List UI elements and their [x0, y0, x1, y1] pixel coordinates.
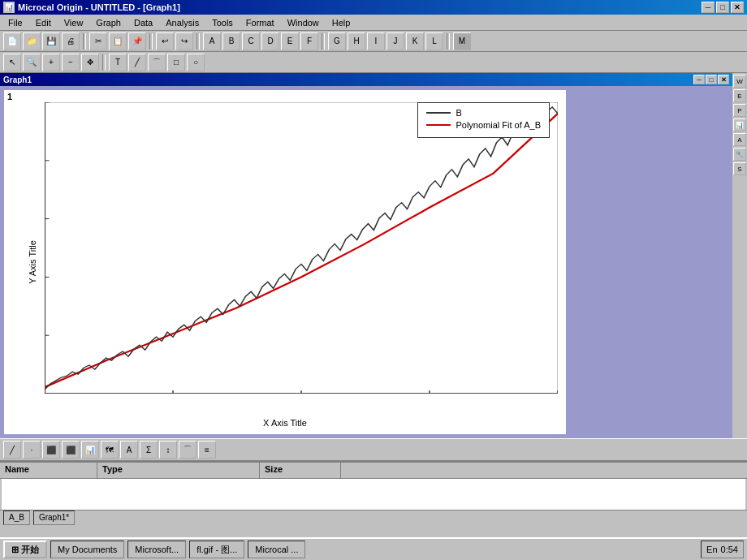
- tb-b11[interactable]: K: [406, 32, 424, 50]
- menu-format[interactable]: Format: [240, 16, 281, 29]
- tb-open[interactable]: 📁: [23, 32, 41, 50]
- menu-tools[interactable]: Tools: [205, 16, 240, 29]
- separator-1: [83, 33, 86, 50]
- graph-close-button[interactable]: ✕: [718, 75, 729, 84]
- tb2-zoom[interactable]: 🔍: [23, 54, 41, 71]
- tb-b3[interactable]: C: [242, 32, 260, 50]
- tb2-text[interactable]: T: [109, 54, 127, 71]
- chart-svg: 5 10 15 20 25 30: [45, 102, 558, 394]
- bt-draw1[interactable]: ⬛: [42, 441, 60, 459]
- bt-text2[interactable]: A: [120, 441, 138, 459]
- graph-window-title-bar: Graph1 ─ □ ✕: [0, 73, 732, 86]
- fit-line: [45, 114, 558, 387]
- taskbar-clock: En 0:54: [701, 541, 744, 558]
- bt-special[interactable]: Σ: [140, 441, 158, 459]
- menu-view[interactable]: View: [58, 16, 90, 29]
- x-axis-label: X Axis Title: [263, 418, 307, 428]
- menu-data[interactable]: Data: [127, 16, 159, 29]
- legend-line-fit-icon: [426, 124, 451, 126]
- tb-print[interactable]: 🖨: [62, 32, 80, 50]
- bt-more[interactable]: ≡: [198, 441, 216, 459]
- taskbar-item-2[interactable]: Microsoft...: [127, 541, 186, 558]
- bt-select[interactable]: ╱: [3, 441, 21, 459]
- tb-b5[interactable]: E: [281, 32, 299, 50]
- tb2-rect[interactable]: □: [167, 54, 185, 71]
- taskbar-item-3[interactable]: fl.gif - 图...: [189, 541, 244, 558]
- right-toolbar: W E P 📊 A 🔧 S: [732, 73, 747, 438]
- col-type-header: Type: [97, 463, 260, 478]
- taskbar: ⊞ 开始 My Documents Microsoft... fl.gif - …: [0, 537, 747, 560]
- columns-panel: Name Type Size: [0, 461, 747, 510]
- tb-b8[interactable]: H: [348, 32, 365, 50]
- graph-min-button[interactable]: ─: [693, 75, 705, 84]
- office-btn-6[interactable]: 🔧: [733, 148, 746, 161]
- tb-cut[interactable]: ✂: [89, 32, 107, 50]
- tb2-select[interactable]: ↖: [3, 54, 21, 71]
- tb-copy[interactable]: 📋: [109, 32, 127, 50]
- tb-b1[interactable]: A: [203, 32, 221, 50]
- tb2-line[interactable]: ╱: [128, 54, 146, 71]
- tb2-curve[interactable]: ⌒: [148, 54, 166, 71]
- office-btn-7[interactable]: S: [733, 162, 746, 175]
- office-btn-2[interactable]: E: [733, 89, 746, 102]
- menu-bar: File Edit View Graph Data Analysis Tools…: [0, 15, 747, 31]
- bottom-toolbar: ╱ · ⬛ ⬛ 📊 🗺 A Σ ↕ ⌒ ≡: [0, 438, 747, 461]
- graph-mdi-window: Graph1 ─ □ ✕ 1 B: [0, 73, 732, 438]
- office-btn-5[interactable]: A: [733, 133, 746, 146]
- tb2-zoom-out[interactable]: −: [62, 54, 80, 71]
- tb-b12[interactable]: L: [425, 32, 443, 50]
- data-line: [45, 107, 558, 390]
- graph-number: 1: [7, 92, 12, 101]
- tb-b13[interactable]: M: [453, 32, 471, 50]
- office-btn-3[interactable]: P: [733, 104, 746, 117]
- graph-plot-area: 1 B Polynomial Fit of A_B: [4, 90, 566, 434]
- tb-b9[interactable]: I: [367, 32, 385, 50]
- separator-2: [149, 33, 153, 50]
- close-button[interactable]: ✕: [731, 2, 744, 13]
- menu-analysis[interactable]: Analysis: [159, 16, 205, 29]
- office-btn-1[interactable]: W: [733, 75, 746, 88]
- tb-b10[interactable]: J: [386, 32, 404, 50]
- col-name-header: Name: [0, 463, 97, 478]
- menu-graph[interactable]: Graph: [89, 16, 127, 29]
- graph-window-name: Graph1: [3, 75, 32, 84]
- separator-3: [196, 33, 200, 50]
- menu-file[interactable]: File: [2, 16, 29, 29]
- minimize-button[interactable]: ─: [702, 2, 715, 13]
- tb-save[interactable]: 💾: [42, 32, 60, 50]
- tb-paste[interactable]: 📌: [128, 32, 146, 50]
- tb-new[interactable]: 📄: [3, 32, 21, 50]
- title-buttons: ─ □ ✕: [702, 2, 744, 13]
- tb-b6[interactable]: F: [300, 32, 318, 50]
- tb-b4[interactable]: D: [261, 32, 279, 50]
- taskbar-item-4[interactable]: Microcal ...: [248, 541, 305, 558]
- toolbar-row-2: ↖ 🔍 + − ✥ T ╱ ⌒ □ ○: [0, 52, 747, 73]
- language-indicator: En: [706, 545, 717, 554]
- tb2-zoom-in[interactable]: +: [42, 54, 60, 71]
- status-ab: A_B: [3, 510, 30, 525]
- tb-redo[interactable]: ↪: [175, 32, 193, 50]
- menu-edit[interactable]: Edit: [29, 16, 58, 29]
- bt-arrow[interactable]: ↕: [159, 441, 177, 459]
- main-area: W E P 📊 A 🔧 S Graph1 ─ □ ✕: [0, 73, 747, 438]
- bt-dot[interactable]: ·: [23, 441, 41, 459]
- bt-draw2[interactable]: ⬛: [62, 441, 80, 459]
- legend-item-fit: Polynomial Fit of A_B: [426, 120, 541, 130]
- right-panel: [566, 90, 728, 434]
- start-button[interactable]: ⊞ 开始: [3, 541, 47, 558]
- taskbar-item-1[interactable]: My Documents: [50, 541, 124, 558]
- tb-undo[interactable]: ↩: [156, 32, 174, 50]
- maximize-button[interactable]: □: [716, 2, 729, 13]
- tb-b7[interactable]: G: [328, 32, 346, 50]
- graph-max-button[interactable]: □: [706, 75, 717, 84]
- office-btn-4[interactable]: 📊: [733, 118, 746, 131]
- tb2-ellipse[interactable]: ○: [187, 54, 205, 71]
- bt-chart[interactable]: 📊: [81, 441, 99, 459]
- title-bar: 📊 Microcal Origin - UNTITLED - [Graph1] …: [0, 0, 747, 15]
- bt-fill[interactable]: 🗺: [101, 441, 119, 459]
- tb-b2[interactable]: B: [222, 32, 240, 50]
- menu-help[interactable]: Help: [326, 16, 357, 29]
- tb2-pan[interactable]: ✥: [81, 54, 99, 71]
- menu-window[interactable]: Window: [281, 16, 326, 29]
- bt-curve2[interactable]: ⌒: [179, 441, 196, 459]
